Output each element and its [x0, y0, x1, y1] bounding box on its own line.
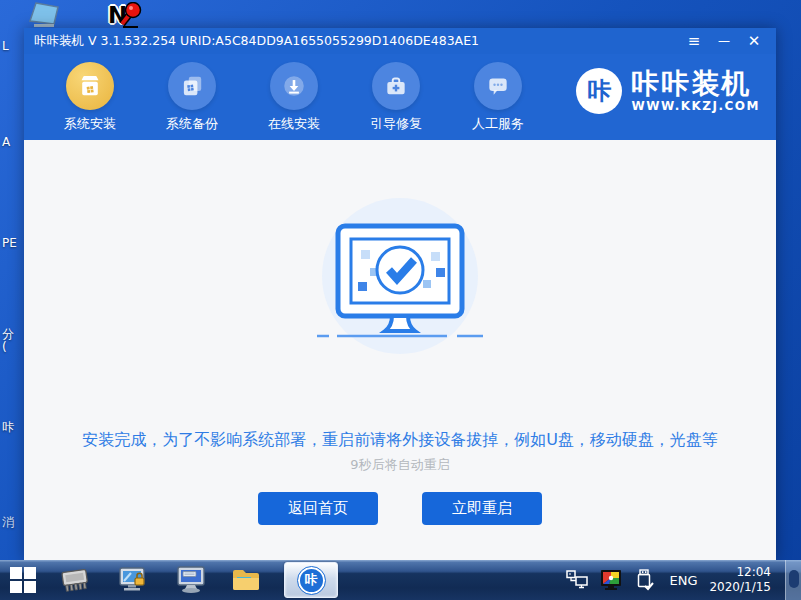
- network-icon[interactable]: [565, 569, 589, 591]
- minimize-icon[interactable]: —: [712, 31, 736, 51]
- backup-layers-icon: [179, 73, 205, 99]
- display-colors-icon[interactable]: [599, 569, 623, 591]
- taskbar-kaka-app-active[interactable]: 咔: [284, 562, 338, 598]
- taskbar-memory-chip[interactable]: [46, 560, 104, 600]
- close-icon[interactable]: ✕: [742, 31, 766, 51]
- brand-name: 咔咔装机: [631, 70, 760, 98]
- memory-chip-icon: [58, 565, 92, 595]
- desktop-edge-label[interactable]: 咔: [2, 421, 14, 434]
- usb-eject-icon[interactable]: [633, 568, 655, 592]
- nav-label: 系统备份: [156, 115, 228, 133]
- start-windows-icon: [10, 567, 36, 593]
- folder-icon: [230, 566, 262, 594]
- lock-screen-icon: [117, 565, 149, 595]
- download-icon: [281, 73, 307, 99]
- header-nav: 系统安装 系统备份: [24, 54, 776, 140]
- desktop-edge-label[interactable]: PE: [2, 237, 17, 250]
- home-button[interactable]: 返回首页: [258, 492, 378, 525]
- restart-button[interactable]: 立即重启: [422, 492, 542, 525]
- install-box-icon: [77, 73, 103, 99]
- brand-site: WWW.KKZJ.COM: [631, 99, 760, 113]
- main-content: 安装完成，为了不影响系统部署，重启前请将外接设备拔掉，例如U盘，移动硬盘，光盘等…: [24, 140, 776, 560]
- kaka-installer-window: 咔咔装机 V 3.1.532.254 URID:A5C84DD9A1655055…: [24, 28, 776, 560]
- menu-icon[interactable]: ≡: [682, 31, 706, 51]
- desktop-edge-label[interactable]: 消: [2, 516, 14, 529]
- taskbar-file-explorer[interactable]: [220, 560, 272, 600]
- monitor-check-icon: [295, 198, 505, 358]
- success-illustration: [295, 198, 505, 362]
- red-key-icon: [116, 2, 144, 30]
- toolbox-plus-icon: [383, 73, 409, 99]
- nav-label: 人工服务: [462, 115, 534, 133]
- nav-boot-repair[interactable]: 引导修复: [360, 62, 432, 133]
- taskbar-remote-desktop[interactable]: [162, 560, 220, 600]
- taskbar-clock[interactable]: 12:04 2020/1/15: [709, 565, 771, 595]
- kaka-app-icon: 咔: [298, 567, 325, 594]
- clock-time: 12:04: [709, 565, 771, 580]
- nav-label: 引导修复: [360, 115, 432, 133]
- nav-system-install[interactable]: 系统安装: [54, 62, 126, 133]
- taskbar: 咔: [0, 560, 801, 600]
- remote-desktop-icon: [174, 565, 208, 595]
- chat-bubble-icon: [485, 73, 511, 99]
- restart-countdown: 9秒后将自动重启: [24, 456, 776, 474]
- desktop-edge-label[interactable]: A: [2, 136, 10, 149]
- nav-human-service[interactable]: 人工服务: [462, 62, 534, 133]
- brand-badge-icon: 咔: [576, 68, 622, 114]
- language-indicator[interactable]: ENG: [669, 573, 697, 588]
- desktop-edge-label[interactable]: L: [2, 40, 9, 53]
- nav-label: 在线安装: [258, 115, 330, 133]
- completion-message: 安装完成，为了不影响系统部署，重启前请将外接设备拔掉，例如U盘，移动硬盘，光盘等: [24, 430, 776, 451]
- desktop-nkey-shortcut[interactable]: N: [108, 2, 142, 30]
- nav-system-backup[interactable]: 系统备份: [156, 62, 228, 133]
- window-title: 咔咔装机 V 3.1.532.254 URID:A5C84DD9A1655055…: [34, 33, 682, 50]
- brand-logo: 咔 咔咔装机 WWW.KKZJ.COM: [576, 68, 760, 114]
- titlebar: 咔咔装机 V 3.1.532.254 URID:A5C84DD9A1655055…: [24, 28, 776, 54]
- clock-date: 2020/1/15: [709, 580, 771, 595]
- show-desktop-button[interactable]: [785, 560, 801, 600]
- tilted-screen-icon: [28, 2, 62, 30]
- start-button[interactable]: [0, 560, 46, 600]
- taskbar-lock-screen[interactable]: [104, 560, 162, 600]
- desktop-edge-label[interactable]: 分 (: [2, 328, 14, 354]
- nav-online-install[interactable]: 在线安装: [258, 62, 330, 133]
- nav-label: 系统安装: [54, 115, 126, 133]
